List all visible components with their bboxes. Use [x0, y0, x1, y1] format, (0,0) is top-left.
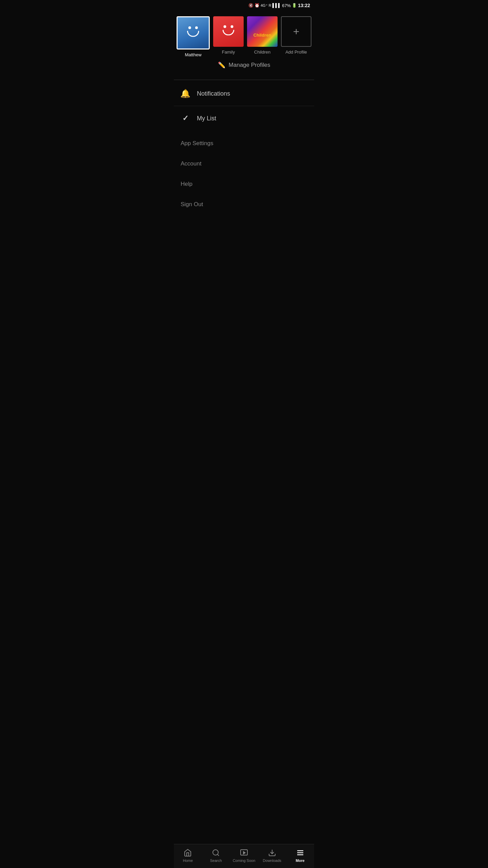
profile-avatar-matthew [177, 16, 210, 50]
profile-add[interactable]: + Add Profile [281, 16, 311, 55]
profile-avatar-add: + [281, 16, 311, 47]
pencil-icon: ✏️ [218, 61, 225, 69]
profile-avatar-children: Children [247, 16, 278, 47]
account-label: Account [181, 160, 201, 167]
profiles-row: Matthew Family Children Children [178, 16, 310, 57]
sign-out-label: Sign Out [181, 201, 203, 208]
status-icons: 🔇 ⏰ 4G⁺ R ▌▌▌ 67% 🔋 13:22 [248, 3, 310, 8]
help-label: Help [181, 181, 192, 188]
profile-children[interactable]: Children Children [247, 16, 278, 55]
smiley-mouth-family [223, 29, 235, 36]
app-settings-label: App Settings [181, 140, 213, 147]
children-text: Children [253, 33, 271, 38]
divider-top [174, 80, 314, 80]
notifications-label: Notifications [197, 90, 230, 97]
manage-profiles-label: Manage Profiles [229, 62, 270, 68]
plus-icon: + [293, 26, 300, 37]
clock: 13:22 [298, 3, 310, 8]
my-list-label: My List [197, 115, 216, 122]
settings-item-app-settings[interactable]: App Settings [174, 133, 314, 154]
bell-icon-container: 🔔 [181, 89, 190, 98]
smiley-matthew [182, 22, 204, 44]
status-bar: 🔇 ⏰ 4G⁺ R ▌▌▌ 67% 🔋 13:22 [174, 0, 314, 11]
network-icon: 4G⁺ R [261, 3, 271, 8]
smiley-eyes-matthew [182, 26, 204, 29]
profile-label-add: Add Profile [285, 50, 307, 55]
menu-item-notifications[interactable]: 🔔 Notifications [174, 81, 314, 106]
profile-family[interactable]: Family [213, 16, 244, 55]
profile-label-children: Children [254, 50, 270, 55]
battery-icon: 🔋 [292, 3, 297, 8]
eye-right-family [230, 25, 233, 28]
settings-item-help[interactable]: Help [174, 174, 314, 194]
profile-label-matthew: Matthew [185, 52, 201, 57]
manage-profiles-button[interactable]: ✏️ Manage Profiles [178, 57, 310, 70]
smiley-family [218, 21, 239, 42]
smiley-mouth-matthew [187, 31, 199, 37]
settings-item-account[interactable]: Account [174, 154, 314, 174]
alarm-icon: ⏰ [255, 3, 260, 8]
settings-item-sign-out[interactable]: Sign Out [174, 194, 314, 215]
profile-label-family: Family [222, 50, 235, 55]
check-icon: ✓ [182, 114, 188, 123]
profile-matthew[interactable]: Matthew [177, 16, 210, 57]
menu-section: 🔔 Notifications ✓ My List [174, 81, 314, 131]
battery-percent: 67% [282, 3, 291, 8]
menu-item-my-list[interactable]: ✓ My List [174, 106, 314, 131]
eye-left-family [224, 25, 226, 28]
eye-right-matthew [195, 26, 198, 29]
mute-icon: 🔇 [248, 3, 253, 8]
check-icon-container: ✓ [181, 114, 190, 123]
eye-left-matthew [188, 26, 191, 29]
signal-bars: ▌▌▌ [272, 3, 281, 8]
profiles-section: Matthew Family Children Children [174, 11, 314, 78]
bell-icon: 🔔 [180, 89, 190, 98]
smiley-eyes-family [218, 25, 239, 28]
profile-avatar-family [213, 16, 244, 47]
settings-section: App Settings Account Help Sign Out [174, 131, 314, 217]
